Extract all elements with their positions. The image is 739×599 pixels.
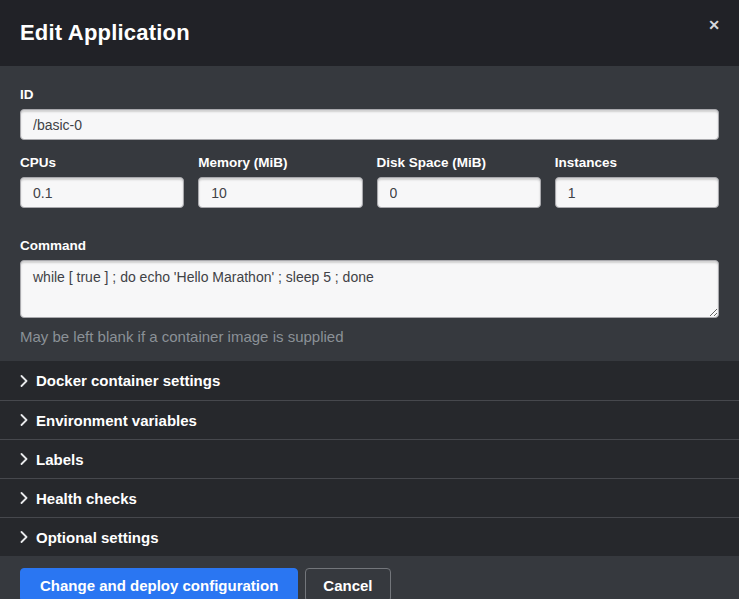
chevron-right-icon xyxy=(20,414,28,426)
instances-field-group: Instances xyxy=(555,155,719,223)
section-label: Docker container settings xyxy=(36,372,220,389)
modal-header: Edit Application ✕ xyxy=(0,0,739,66)
section-environment-variables[interactable]: Environment variables xyxy=(0,400,739,439)
command-textarea[interactable]: while [ true ] ; do echo 'Hello Marathon… xyxy=(20,260,719,318)
cancel-button[interactable]: Cancel xyxy=(305,568,390,599)
section-health-checks[interactable]: Health checks xyxy=(0,478,739,517)
resources-row: CPUs Memory (MiB) Disk Space (MiB) Insta… xyxy=(20,155,719,223)
instances-label: Instances xyxy=(555,155,719,170)
cpus-input[interactable] xyxy=(20,177,184,208)
id-input[interactable] xyxy=(20,109,719,140)
id-label: ID xyxy=(20,87,719,102)
chevron-right-icon xyxy=(20,531,28,543)
memory-label: Memory (MiB) xyxy=(198,155,362,170)
cpus-field-group: CPUs xyxy=(20,155,184,208)
modal-footer: Change and deploy configuration Cancel xyxy=(0,556,739,599)
change-and-deploy-button[interactable]: Change and deploy configuration xyxy=(20,568,298,599)
application-form: ID CPUs Memory (MiB) Disk Space (MiB) In… xyxy=(0,66,739,361)
section-docker-container-settings[interactable]: Docker container settings xyxy=(0,361,739,400)
id-field-group: ID xyxy=(20,87,719,140)
close-icon[interactable]: ✕ xyxy=(703,14,725,36)
accordion-sections: Docker container settings Environment va… xyxy=(0,361,739,556)
chevron-right-icon xyxy=(20,453,28,465)
modal-title: Edit Application xyxy=(20,20,190,46)
instances-input[interactable] xyxy=(555,177,719,208)
chevron-right-icon xyxy=(20,375,28,387)
section-label: Labels xyxy=(36,451,84,468)
disk-input[interactable] xyxy=(377,177,541,208)
command-label: Command xyxy=(20,238,719,253)
section-labels[interactable]: Labels xyxy=(0,439,739,478)
chevron-right-icon xyxy=(20,492,28,504)
edit-application-modal: Edit Application ✕ ID CPUs Memory (MiB) … xyxy=(0,0,739,599)
section-label: Optional settings xyxy=(36,529,159,546)
section-label: Environment variables xyxy=(36,412,197,429)
cpus-label: CPUs xyxy=(20,155,184,170)
section-optional-settings[interactable]: Optional settings xyxy=(0,517,739,556)
command-field-group: Command while [ true ] ; do echo 'Hello … xyxy=(20,238,719,345)
command-help-text: May be left blank if a container image i… xyxy=(20,328,719,345)
disk-field-group: Disk Space (MiB) xyxy=(377,155,541,208)
memory-field-group: Memory (MiB) xyxy=(198,155,362,208)
disk-label: Disk Space (MiB) xyxy=(377,155,541,170)
section-label: Health checks xyxy=(36,490,137,507)
memory-input[interactable] xyxy=(198,177,362,208)
